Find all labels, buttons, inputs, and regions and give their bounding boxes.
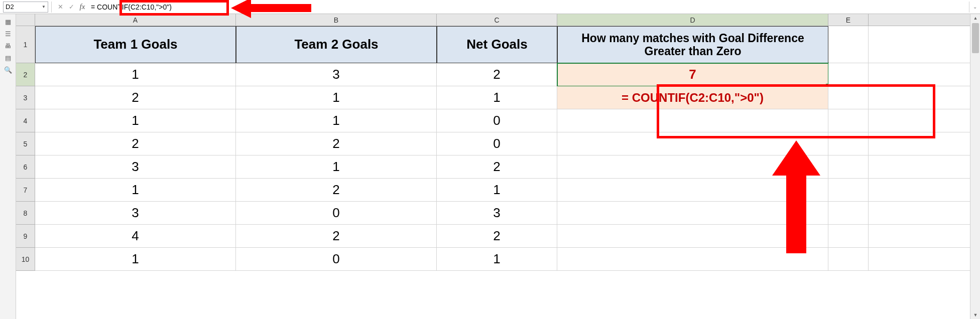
- col-header-C[interactable]: C: [437, 14, 557, 26]
- cell-D9[interactable]: [557, 225, 828, 248]
- cell-D10[interactable]: [557, 248, 828, 271]
- row-header-2[interactable]: 2: [16, 63, 35, 86]
- cell-extra-5[interactable]: [869, 132, 970, 155]
- scroll-down-arrow-icon[interactable]: ▼: [970, 311, 980, 319]
- cell-A4[interactable]: 1: [35, 109, 236, 132]
- chevron-down-icon[interactable]: ▼: [42, 5, 46, 9]
- pane-icon-1[interactable]: ▦: [4, 18, 13, 25]
- fx-icon: fx: [80, 3, 85, 11]
- table-row: 1 1 0: [35, 109, 970, 132]
- col-header-extra[interactable]: [869, 14, 970, 26]
- cell-D6[interactable]: [557, 155, 828, 179]
- cell-E5[interactable]: [828, 132, 869, 155]
- cell-C8[interactable]: 3: [437, 202, 557, 225]
- pane-icon-2[interactable]: ☰: [4, 30, 13, 37]
- name-box[interactable]: D2 ▼: [3, 2, 48, 13]
- cell-A10[interactable]: 1: [35, 248, 236, 271]
- cell-A5[interactable]: 2: [35, 132, 236, 155]
- cell-C4[interactable]: 0: [437, 109, 557, 132]
- cell-D7[interactable]: [557, 179, 828, 202]
- cell-A8[interactable]: 3: [35, 202, 236, 225]
- cell-E6[interactable]: [828, 155, 869, 179]
- cell-extra-4[interactable]: [869, 109, 970, 132]
- cell-extra-10[interactable]: [869, 248, 970, 271]
- cell-B5[interactable]: 2: [236, 132, 437, 155]
- scroll-thumb[interactable]: [972, 23, 979, 53]
- formula-bar: D2 ▼ ✕ ✓ fx ⌄: [0, 0, 980, 14]
- cell-B4[interactable]: 1: [236, 109, 437, 132]
- cell-A9[interactable]: 4: [35, 225, 236, 248]
- table-row: 3 1 2: [35, 155, 970, 179]
- header-cell-A1[interactable]: Team 1 Goals: [35, 26, 236, 63]
- cell-E9[interactable]: [828, 225, 869, 248]
- cell-extra-9[interactable]: [869, 225, 970, 248]
- cell-extra-8[interactable]: [869, 202, 970, 225]
- select-all-corner[interactable]: [16, 14, 35, 26]
- vertical-scrollbar[interactable]: ▲ ▼: [970, 14, 980, 319]
- cell-B3[interactable]: 1: [236, 86, 437, 109]
- cell-B10[interactable]: 0: [236, 248, 437, 271]
- cell-E2[interactable]: [828, 63, 869, 86]
- cell-C3[interactable]: 1: [437, 86, 557, 109]
- cell-E10[interactable]: [828, 248, 869, 271]
- col-header-A[interactable]: A: [35, 14, 236, 26]
- header-cell-D1[interactable]: How many matches with Goal Difference Gr…: [557, 26, 828, 63]
- cell-B7[interactable]: 2: [236, 179, 437, 202]
- cell-D3[interactable]: = COUNTIF(C2:C10,">0"): [557, 86, 828, 109]
- header-cell-B1[interactable]: Team 2 Goals: [236, 26, 437, 63]
- pane-icon-3[interactable]: 🖶: [4, 42, 13, 49]
- cell-C5[interactable]: 0: [437, 132, 557, 155]
- row-header-6[interactable]: 6: [16, 155, 35, 179]
- cell-B8[interactable]: 0: [236, 202, 437, 225]
- cell-E4[interactable]: [828, 109, 869, 132]
- spreadsheet-grid[interactable]: A B C D E 1 2 3 4 5 6 7 8 9 10 Team 1 Go…: [16, 14, 970, 319]
- cell-D5[interactable]: [557, 132, 828, 155]
- formula-input[interactable]: [88, 2, 969, 13]
- col-header-E[interactable]: E: [828, 14, 869, 26]
- cell-A3[interactable]: 2: [35, 86, 236, 109]
- cell-C2[interactable]: 2: [437, 63, 557, 86]
- row-header-7[interactable]: 7: [16, 179, 35, 202]
- row-header-4[interactable]: 4: [16, 109, 35, 132]
- cell-A6[interactable]: 3: [35, 155, 236, 179]
- cell-E1[interactable]: [828, 26, 869, 63]
- cell-extra-2[interactable]: [869, 63, 970, 86]
- cell-C7[interactable]: 1: [437, 179, 557, 202]
- cell-extra-6[interactable]: [869, 155, 970, 179]
- cell-E3[interactable]: [828, 86, 869, 109]
- row-header-1[interactable]: 1: [16, 26, 35, 63]
- cell-D4[interactable]: [557, 109, 828, 132]
- cancel-formula-button[interactable]: ✕: [55, 2, 66, 13]
- cell-A7[interactable]: 1: [35, 179, 236, 202]
- cell-C6[interactable]: 2: [437, 155, 557, 179]
- row-header-9[interactable]: 9: [16, 225, 35, 248]
- cell-extra-3[interactable]: [869, 86, 970, 109]
- table-row: 1 2 1: [35, 179, 970, 202]
- cell-extra-7[interactable]: [869, 179, 970, 202]
- row-header-5[interactable]: 5: [16, 132, 35, 155]
- cell-extra-1[interactable]: [869, 26, 970, 63]
- cell-E7[interactable]: [828, 179, 869, 202]
- pane-icon-5[interactable]: 🔍: [4, 66, 13, 73]
- cell-A2[interactable]: 1: [35, 63, 236, 86]
- row-header-3[interactable]: 3: [16, 86, 35, 109]
- cell-E8[interactable]: [828, 202, 869, 225]
- insert-function-button[interactable]: fx: [77, 2, 88, 13]
- scroll-up-arrow-icon[interactable]: ▲: [970, 14, 980, 22]
- cell-D2[interactable]: 7: [557, 63, 828, 86]
- col-header-B[interactable]: B: [236, 14, 437, 26]
- divider: [51, 2, 52, 13]
- cell-C9[interactable]: 2: [437, 225, 557, 248]
- row-header-10[interactable]: 10: [16, 248, 35, 271]
- cell-B2[interactable]: 3: [236, 63, 437, 86]
- cell-B6[interactable]: 1: [236, 155, 437, 179]
- cell-C10[interactable]: 1: [437, 248, 557, 271]
- cell-B9[interactable]: 2: [236, 225, 437, 248]
- enter-formula-button[interactable]: ✓: [66, 2, 77, 13]
- header-cell-C1[interactable]: Net Goals: [437, 26, 557, 63]
- pane-icon-4[interactable]: ▤: [4, 54, 13, 61]
- expand-formula-bar-button[interactable]: ⌄: [969, 2, 980, 13]
- row-header-8[interactable]: 8: [16, 202, 35, 225]
- cell-D8[interactable]: [557, 202, 828, 225]
- col-header-D[interactable]: D: [557, 14, 828, 26]
